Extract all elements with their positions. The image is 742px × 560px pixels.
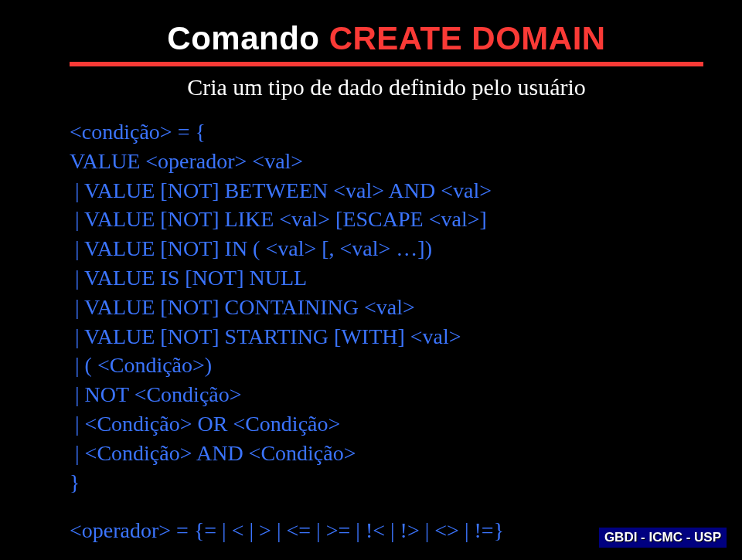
syntax-line: | VALUE IS [NOT] NULL	[70, 263, 703, 293]
syntax-line: | VALUE [NOT] STARTING [WITH] <val>	[70, 322, 703, 351]
slide: Comando CREATE DOMAIN Cria um tipo de da…	[0, 0, 742, 560]
syntax-line: | ( <Condição>)	[70, 351, 703, 380]
title-part2: CREATE DOMAIN	[329, 20, 606, 56]
syntax-block: <condição> = { VALUE <operador> <val> | …	[70, 117, 703, 497]
syntax-line: <condição> = {	[70, 117, 703, 147]
footer-badge: GBDI - ICMC - USP	[599, 528, 727, 548]
title-underline	[70, 62, 703, 66]
syntax-line: | VALUE [NOT] IN ( <val> [, <val> …])	[70, 234, 703, 263]
syntax-line: | NOT <Condição>	[70, 380, 703, 409]
syntax-line: | VALUE [NOT] BETWEEN <val> AND <val>	[70, 176, 703, 205]
syntax-line: | <Condição> OR <Condição>	[70, 409, 703, 439]
slide-title: Comando CREATE DOMAIN	[70, 20, 703, 57]
syntax-line: | VALUE [NOT] CONTAINING <val>	[70, 293, 703, 322]
slide-subtitle: Cria um tipo de dado definido pelo usuár…	[70, 74, 703, 100]
title-part1: Comando	[167, 20, 328, 56]
syntax-line: VALUE <operador> <val>	[70, 147, 703, 176]
syntax-line: | VALUE [NOT] LIKE <val> [ESCAPE <val>]	[70, 205, 703, 234]
syntax-line: | <Condição> AND <Condição>	[70, 439, 703, 468]
syntax-line: }	[70, 468, 703, 497]
